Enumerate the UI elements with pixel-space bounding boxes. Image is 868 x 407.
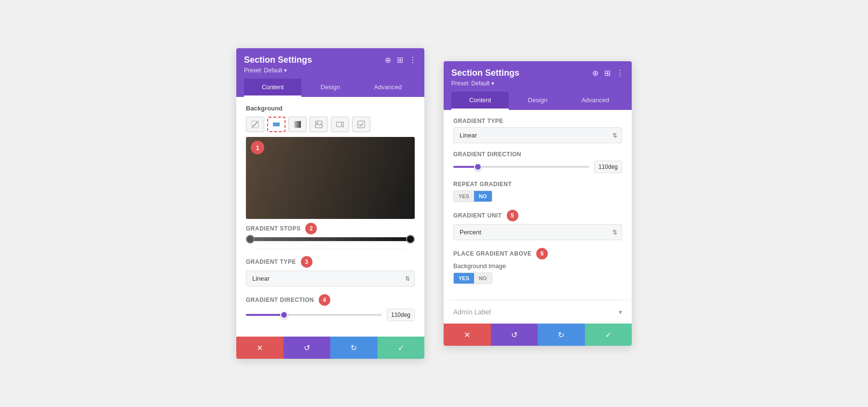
right-panel-body: Gradient Type Linear Radial ⇅ Gradient D… (444, 110, 632, 324)
left-panel-title: Section Settings (244, 55, 312, 65)
slider-handle-left[interactable] (280, 311, 288, 319)
place-gradient-sublabel: Background Image (453, 262, 622, 270)
target-icon-right[interactable]: ⊕ (592, 68, 598, 78)
left-panel-footer: ✕ ↺ ↻ ✓ (236, 337, 424, 359)
place-gradient-label: Place Gradient Above 6 (453, 248, 622, 259)
stop-handle-right[interactable] (406, 235, 415, 244)
svg-rect-7 (358, 121, 365, 128)
left-panel-preset[interactable]: Preset: Default ▾ (244, 67, 417, 74)
gradient-stops-row (246, 237, 415, 241)
redo-button-right[interactable]: ↻ (538, 324, 585, 346)
redo-button-left[interactable]: ↻ (330, 337, 378, 359)
gradient-direction-label-right: Gradient Direction (453, 151, 622, 158)
left-panel-header: Section Settings ⊕ ⊞ ⋮ Preset: Default ▾… (236, 48, 424, 97)
place-gradient-toggle: YES NO (453, 272, 622, 284)
svg-rect-6 (337, 122, 341, 127)
gradient-unit-label: Gradient Unit 5 (453, 210, 622, 221)
left-panel-body: Background (236, 97, 424, 337)
gradient-direction-value-right[interactable]: 110deg (594, 161, 622, 173)
gradient-type-select-right[interactable]: Linear Radial (453, 127, 622, 143)
bg-gradient-btn[interactable] (288, 117, 307, 132)
svg-rect-3 (294, 121, 301, 128)
tab-content-right[interactable]: Content (451, 92, 509, 110)
svg-line-0 (252, 122, 258, 127)
more-icon[interactable]: ⋮ (409, 55, 417, 65)
gradient-direction-label-left: Gradient Direction 4 (246, 294, 415, 306)
gradient-type-label-left: Gradient Type 3 (246, 256, 415, 268)
badge-2: 2 (305, 223, 317, 234)
place-gradient-yes[interactable]: YES (454, 273, 474, 284)
admin-label-text: Admin Label (453, 308, 491, 316)
repeat-gradient-toggle: YES NO (453, 190, 622, 202)
repeat-gradient-toggle-control[interactable]: YES NO (453, 190, 492, 202)
left-header-icons: ⊕ ⊞ ⋮ (385, 55, 417, 65)
save-button-left[interactable]: ✓ (378, 337, 425, 359)
place-gradient-toggle-control[interactable]: YES NO (453, 272, 492, 284)
bg-icons-row (246, 117, 415, 132)
toggle-yes-side[interactable]: YES (454, 191, 474, 202)
repeat-gradient-label: Repeat Gradient (453, 181, 622, 188)
gradient-direction-slider-right: 110deg (453, 161, 622, 173)
repeat-gradient-section: Repeat Gradient YES NO (453, 181, 622, 202)
badge-1: 1 (251, 141, 264, 154)
bg-video-btn[interactable] (331, 117, 349, 132)
stop-handle-left[interactable] (246, 235, 255, 244)
bg-check-btn[interactable] (352, 117, 370, 132)
bg-image-btn[interactable] (310, 117, 328, 132)
gradient-direction-section-left: Gradient Direction 4 110deg (246, 294, 415, 321)
badge-5: 5 (507, 210, 518, 221)
gradient-type-select-wrapper-right: Linear Radial ⇅ (453, 127, 622, 143)
tab-design-right[interactable]: Design (509, 92, 566, 110)
more-icon-right[interactable]: ⋮ (616, 68, 624, 78)
gradient-stops-section: Gradient Stops 2 (246, 223, 415, 241)
right-header-icons: ⊕ ⊞ ⋮ (592, 68, 624, 78)
background-section: Background (236, 97, 424, 337)
tab-advanced-right[interactable]: Advanced (567, 92, 624, 110)
gradient-unit-section: Gradient Unit 5 Percent Pixels ⇅ (453, 210, 622, 240)
badge-4: 4 (319, 294, 330, 306)
gradient-type-section-right: Gradient Type Linear Radial ⇅ (453, 118, 622, 143)
layout-icon-right[interactable]: ⊞ (604, 68, 610, 78)
slider-track-left[interactable] (246, 314, 382, 316)
bg-color-btn[interactable] (267, 117, 285, 132)
gradient-direction-value-left[interactable]: 110deg (387, 309, 415, 321)
badge-3: 3 (301, 256, 312, 268)
right-panel-header: Section Settings ⊕ ⊞ ⋮ Preset: Default ▾… (444, 61, 632, 110)
tab-content-left[interactable]: Content (244, 79, 301, 97)
background-label: Background (246, 105, 415, 112)
gradient-direction-slider-left: 110deg (246, 309, 415, 321)
place-gradient-section: Place Gradient Above 6 Background Image … (453, 248, 622, 284)
gradient-stops-label: Gradient Stops 2 (246, 223, 415, 234)
gradient-type-select-left[interactable]: Linear Radial (246, 271, 415, 286)
gradient-type-label-right: Gradient Type (453, 118, 622, 124)
right-panel: Section Settings ⊕ ⊞ ⋮ Preset: Default ▾… (444, 61, 632, 346)
right-panel-preset[interactable]: Preset: Default ▾ (451, 80, 624, 87)
slider-handle-right[interactable] (474, 163, 482, 171)
cancel-button-right[interactable]: ✕ (444, 324, 491, 346)
toggle-no-side[interactable]: NO (474, 191, 492, 202)
admin-label-row[interactable]: Admin Label ▾ (444, 300, 632, 324)
undo-button-left[interactable]: ↺ (284, 337, 331, 359)
chevron-down-icon: ▾ (619, 308, 622, 316)
gradient-stops-track[interactable] (246, 237, 415, 241)
tab-advanced-left[interactable]: Advanced (359, 79, 417, 97)
badge-6: 6 (536, 248, 548, 259)
undo-button-right[interactable]: ↺ (491, 324, 538, 346)
gradient-unit-select[interactable]: Percent Pixels (453, 224, 622, 240)
gradient-type-select-wrapper-left: Linear Radial ⇅ (246, 271, 415, 286)
gradient-preview: 1 (246, 137, 415, 219)
place-gradient-no[interactable]: NO (474, 273, 492, 284)
save-button-right[interactable]: ✓ (585, 324, 632, 346)
target-icon[interactable]: ⊕ (385, 55, 391, 65)
gradient-direction-section-right: Gradient Direction 110deg (453, 151, 622, 173)
cancel-button-left[interactable]: ✕ (236, 337, 284, 359)
right-panel-tabs: Content Design Advanced (451, 92, 624, 110)
right-panel-footer: ✕ ↺ ↻ ✓ (444, 324, 632, 346)
bg-none-btn[interactable] (246, 117, 264, 132)
layout-icon[interactable]: ⊞ (397, 55, 403, 65)
gradient-type-section-left: Gradient Type 3 Linear Radial ⇅ (246, 256, 415, 286)
slider-track-right[interactable] (453, 166, 589, 168)
right-panel-title: Section Settings (451, 68, 519, 78)
left-panel-tabs: Content Design Advanced (244, 79, 417, 97)
tab-design-left[interactable]: Design (301, 79, 359, 97)
